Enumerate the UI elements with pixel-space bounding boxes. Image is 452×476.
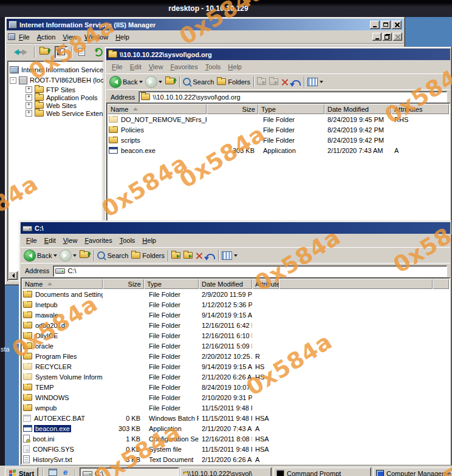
dropdown-caret-icon[interactable] (53, 254, 57, 259)
mdi-minimize-button[interactable] (372, 33, 382, 41)
menu-item[interactable]: Tools (202, 62, 225, 72)
menu-item[interactable]: Edit (41, 236, 60, 245)
column-header-name[interactable]: Name (22, 279, 103, 289)
file-row[interactable]: Program Files File Folder 2/20/2012 10:2… (22, 351, 449, 361)
tree-node[interactable]: + Application Pools (10, 93, 103, 101)
expand-plus-icon[interactable]: + (26, 94, 32, 101)
iis-title-bar[interactable]: Internet Information Services (IIS) Mana… (7, 19, 403, 30)
file-row[interactable]: boot.ini 1 KB Configuration Settings 12/… (22, 433, 449, 444)
undo-button[interactable] (206, 254, 215, 259)
file-row[interactable]: DO_NOT_REMOVE_NtFrs_Pre... File Folder 8… (108, 114, 449, 124)
menu-item[interactable]: Help (112, 32, 133, 42)
up-one-level-button[interactable] (38, 46, 51, 58)
file-row[interactable]: wmpub File Folder 11/15/2011 9:48 PM (22, 403, 449, 413)
folders-button[interactable]: Folders (217, 78, 250, 86)
file-row[interactable]: TEMP File Folder 8/24/2019 10:07 PM (22, 382, 449, 392)
address-field[interactable]: \\10.10.10.222\sysvol\god.org (139, 91, 447, 103)
tree-node[interactable]: + Web Service Extensi (10, 109, 103, 117)
task-button[interactable]: \\10.10.10.222\sysvol\ (180, 467, 272, 476)
explorer-title-bar[interactable]: C:\ (21, 222, 450, 234)
expand-plus-icon[interactable]: + (26, 110, 32, 117)
dropdown-caret-icon[interactable] (139, 81, 143, 85)
task-button[interactable]: Computer Management (373, 467, 451, 476)
back-button[interactable]: Back (110, 76, 143, 87)
column-header-size[interactable]: Size (103, 279, 144, 289)
maximize-button[interactable] (381, 21, 391, 29)
file-row[interactable]: System Volume Information File Folder 2/… (22, 372, 449, 382)
show-desktop-icon[interactable] (47, 467, 58, 476)
views-button[interactable] (222, 251, 238, 260)
move-to-button[interactable] (257, 78, 266, 85)
tree-node[interactable]: + Web Sites (10, 101, 103, 109)
menu-item[interactable]: View (60, 236, 81, 245)
column-header-attributes[interactable]: Attributes (391, 104, 449, 114)
file-row[interactable]: beacon.exe 303 KB Application 2/11/2020 … (108, 145, 449, 155)
menu-item[interactable]: Help (139, 236, 160, 245)
dropdown-caret-icon[interactable] (73, 254, 77, 259)
column-header-modified[interactable]: Date Modified (324, 104, 391, 114)
forward-button[interactable] (60, 250, 77, 261)
up-button[interactable] (80, 251, 91, 260)
menu-item[interactable]: Action (33, 32, 60, 42)
menu-item[interactable]: View (59, 32, 81, 42)
copy-to-button[interactable] (269, 78, 278, 85)
menu-item[interactable]: Window (81, 32, 112, 42)
menu-item[interactable]: View (145, 62, 167, 72)
views-button[interactable] (307, 78, 323, 86)
file-row[interactable]: OllyICE File Folder 12/16/2011 6:10 PM (22, 330, 449, 341)
expand-plus-icon[interactable]: + (26, 102, 32, 109)
file-row[interactable]: Documents and Settings File Folder 2/9/2… (22, 289, 449, 299)
column-header-attributes[interactable]: Attributes (252, 279, 279, 289)
move-to-button[interactable] (171, 252, 180, 259)
search-button[interactable]: Search (97, 251, 128, 259)
menu-item[interactable]: Favorites (166, 62, 201, 72)
undo-button[interactable] (292, 80, 301, 86)
file-row[interactable]: odbg201d File Folder 12/16/2011 6:42 PM (22, 320, 449, 330)
forward-icon[interactable] (22, 49, 30, 55)
copy-to-button[interactable] (183, 252, 193, 259)
menu-item[interactable]: File (108, 62, 126, 72)
menu-item[interactable]: Favorites (81, 236, 115, 245)
properties-button[interactable] (75, 46, 88, 58)
file-row[interactable]: WINDOWS File Folder 2/10/2020 9:31 PM (22, 392, 449, 403)
column-header-name[interactable]: Name (108, 104, 207, 114)
tree-server-node[interactable]: - ROOT-TVI862UBEH (loca (10, 75, 103, 86)
file-row[interactable]: oracle File Folder 12/16/2011 5:09 PM (22, 341, 449, 351)
folders-button[interactable]: Folders (131, 252, 165, 259)
column-header-type[interactable]: Type (144, 279, 199, 289)
task-button[interactable]: C:\ (80, 467, 179, 476)
up-button[interactable] (165, 78, 176, 86)
menu-item[interactable]: File (22, 236, 41, 245)
task-button[interactable]: Command Prompt (273, 467, 371, 476)
start-button[interactable]: Start (5, 467, 38, 476)
back-button[interactable]: Back (24, 250, 57, 261)
search-button[interactable]: Search (183, 78, 214, 86)
file-row[interactable]: CONFIG.SYS 0 KB System file 11/15/2011 9… (22, 444, 449, 454)
column-header-size[interactable]: Size (207, 104, 258, 114)
file-row[interactable]: beacon.exe 303 KB Application 2/11/2020 … (22, 423, 449, 433)
menu-item[interactable]: File (15, 32, 33, 42)
file-row[interactable]: Inetpub File Folder 1/12/2012 5:36 PM (22, 299, 449, 310)
show-console-tree-button[interactable] (55, 46, 67, 58)
close-button[interactable] (392, 21, 402, 29)
forward-button[interactable] (146, 76, 162, 87)
menu-item[interactable]: Edit (126, 62, 145, 72)
dropdown-caret-icon[interactable] (159, 81, 162, 85)
internet-explorer-icon[interactable]: e (60, 467, 70, 476)
file-row[interactable]: HistorySvr.txt 3 KB Text Document 2/11/2… (22, 454, 449, 464)
tree-root-node[interactable]: Internet Information Service (10, 64, 103, 75)
file-row[interactable]: AUTOEXEC.BAT 0 KB Windows Batch File 11/… (22, 413, 449, 423)
menu-item[interactable]: Tools (116, 236, 139, 245)
file-row[interactable]: RECYCLER File Folder 9/14/2019 9:15 AM H… (22, 361, 449, 372)
delete-button[interactable] (196, 252, 203, 259)
file-row[interactable]: mawale File Folder 9/14/2019 9:15 AM (22, 310, 449, 320)
tree-node[interactable]: + FTP Sites (10, 86, 103, 93)
column-header-modified[interactable]: Date Modified (199, 279, 252, 289)
refresh-button[interactable] (92, 46, 104, 58)
expand-plus-icon[interactable]: + (26, 86, 32, 93)
minimize-button[interactable] (370, 21, 380, 29)
column-header-type[interactable]: Type (258, 104, 324, 114)
file-row[interactable]: Policies File Folder 8/24/2019 9:42 PM (108, 124, 449, 135)
file-row[interactable]: scripts File Folder 8/24/2019 9:42 PM (108, 135, 449, 145)
collapse-minus-icon[interactable]: - (10, 77, 16, 84)
